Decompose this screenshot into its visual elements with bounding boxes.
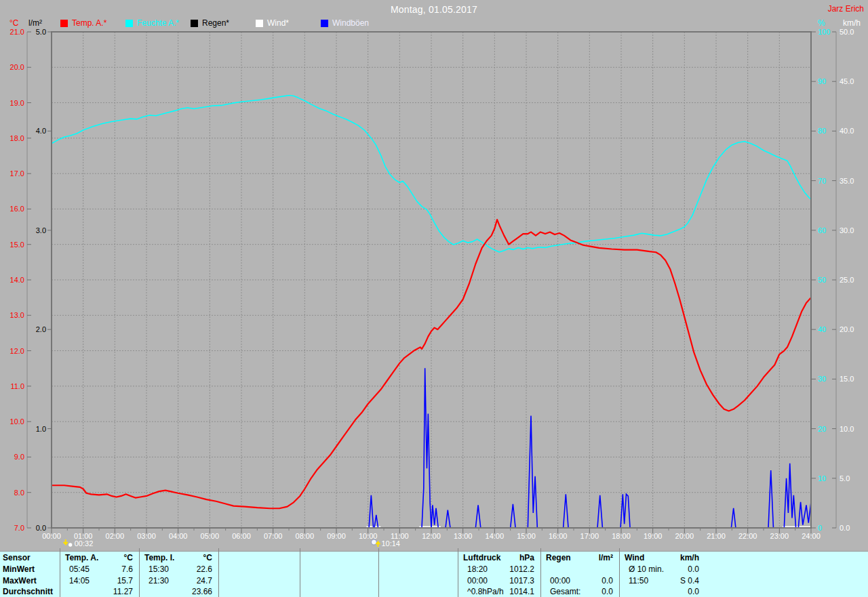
- x-axis-label: 00:00: [42, 532, 61, 540]
- table-cell-value: 1012.2: [463, 564, 534, 574]
- humidity-axis-label: 90: [818, 77, 826, 85]
- x-axis-label: 09:00: [327, 532, 346, 540]
- moonrise-arrow: [376, 542, 380, 547]
- table-column-divider: [458, 548, 458, 597]
- rain-axis-label: 2.0: [36, 325, 46, 333]
- temp-axis-label: 7.0: [14, 524, 24, 532]
- series-gusts-spike: [475, 505, 480, 528]
- table-column-unit: km/h: [625, 553, 699, 562]
- wind-axis-label: 15.0: [840, 375, 854, 383]
- series-gusts-spike: [564, 494, 568, 528]
- table-cell-value: 0.0: [625, 564, 699, 574]
- statistics-table: SensorMinWertMaxWertDurchschnittTemp. A.…: [0, 551, 868, 597]
- table-column-unit: l/m²: [546, 553, 613, 562]
- humidity-axis-label: 20: [818, 425, 826, 433]
- humidity-axis-label: 30: [818, 375, 826, 383]
- table-cell-value: 22.6: [144, 564, 212, 574]
- x-axis-label: 19:00: [644, 532, 663, 540]
- wind-axis-label: 0.0: [840, 524, 850, 532]
- table-column-divider: [300, 548, 300, 597]
- wind-axis-label: 50.0: [840, 28, 854, 36]
- table-cell-value: 15.7: [65, 576, 133, 585]
- time-marker-label: 10:14: [381, 539, 400, 548]
- weather-app-window: { "window": { "title": "Montag, 01.05.20…: [0, 0, 868, 597]
- temp-axis-label: 15.0: [10, 241, 24, 249]
- rain-axis-label: 4.0: [36, 127, 46, 135]
- rain-axis-label: 5.0: [36, 28, 46, 36]
- humidity-axis-label: 40: [818, 325, 826, 333]
- temp-axis-label: 16.0: [10, 205, 24, 213]
- temp-axis-label: 14.0: [10, 276, 24, 284]
- humidity-axis-label: 70: [818, 177, 826, 185]
- x-axis-label: 15:00: [517, 532, 536, 540]
- temp-axis-label: 20.0: [10, 63, 24, 71]
- wind-axis-label: 30.0: [840, 226, 854, 234]
- table-cell-value: 24.7: [144, 576, 212, 585]
- temp-axis-label: 12.0: [10, 347, 24, 355]
- wind-axis-label: 25.0: [840, 276, 854, 284]
- x-axis-label: 21:00: [707, 532, 726, 540]
- series-gusts-spike: [511, 504, 515, 528]
- time-marker-label: 00:32: [75, 539, 94, 548]
- x-axis-label: 10:00: [359, 532, 378, 540]
- humidity-axis-label: 0: [818, 524, 822, 532]
- table-cell-value: 0.0: [546, 576, 613, 585]
- table-cell-value: 7.6: [65, 564, 133, 574]
- series-gusts-spike: [528, 416, 537, 528]
- x-axis-label: 02:00: [106, 532, 125, 540]
- x-axis-label: 05:00: [201, 532, 220, 540]
- table-cell-value: 11.27: [65, 587, 133, 596]
- temp-axis-label: 21.0: [10, 28, 24, 36]
- temp-axis-label: 18.0: [10, 134, 24, 142]
- weather-chart: 21.020.019.018.017.016.015.014.013.012.0…: [0, 0, 868, 551]
- series-gusts-spike: [768, 470, 773, 528]
- wind-axis-label: 40.0: [840, 127, 854, 135]
- humidity-axis-label: 10: [818, 474, 826, 482]
- moonset-icon: [64, 539, 73, 547]
- series-gusts-spike: [784, 464, 795, 528]
- table-column-divider: [60, 548, 60, 597]
- temp-axis-label: 19.0: [10, 99, 24, 107]
- wind-axis-label: 35.0: [840, 177, 854, 185]
- x-axis-label: 06:00: [232, 532, 251, 540]
- x-axis-label: 20:00: [675, 532, 694, 540]
- series-gusts-spike: [798, 502, 811, 528]
- table-cell-value: S 0.4: [625, 576, 699, 585]
- table-row-label: Durchschnitt: [3, 587, 53, 596]
- series-gusts-spike: [597, 495, 602, 528]
- table-column-divider: [378, 548, 379, 597]
- wind-axis-label: 20.0: [840, 325, 854, 333]
- x-axis-label: 13:00: [454, 532, 473, 540]
- table-row-label: Sensor: [3, 553, 31, 562]
- wind-axis-label: 5.0: [840, 474, 850, 482]
- humidity-axis-label: 50: [818, 276, 826, 284]
- series-gusts-spike: [374, 515, 378, 528]
- wind-axis-label: 45.0: [840, 77, 854, 85]
- humidity-axis-label: 100: [818, 28, 830, 36]
- series-gusts-spike: [422, 368, 438, 528]
- x-axis-label: 12:00: [422, 532, 441, 540]
- x-axis-label: 24:00: [802, 532, 821, 540]
- x-axis-label: 08:00: [296, 532, 315, 540]
- x-axis-label: 03:00: [137, 532, 156, 540]
- x-axis-label: 14:00: [486, 532, 505, 540]
- temp-axis-label: 9.0: [14, 453, 24, 461]
- table-cell-value: 1014.1: [463, 587, 534, 596]
- table-row-label: MinWert: [3, 564, 35, 574]
- table-cell-value: 1017.3: [463, 576, 534, 585]
- table-column-divider: [139, 548, 140, 597]
- table-column-divider: [540, 548, 541, 597]
- x-axis-label: 18:00: [612, 532, 631, 540]
- x-axis-label: 04:00: [169, 532, 188, 540]
- table-cell-value: 23.66: [144, 587, 212, 596]
- moonrise-icon: [371, 539, 380, 547]
- x-axis-label: 07:00: [264, 532, 283, 540]
- temp-axis-label: 8.0: [14, 489, 24, 497]
- series-gusts-spike: [369, 495, 374, 528]
- rain-axis-label: 3.0: [36, 226, 46, 234]
- table-cell-value: 0.0: [625, 587, 699, 596]
- table-column-unit: °C: [144, 553, 212, 562]
- temp-axis-label: 10.0: [10, 417, 24, 426]
- table-column-divider: [218, 548, 219, 597]
- rain-axis-label: 0.0: [36, 524, 46, 532]
